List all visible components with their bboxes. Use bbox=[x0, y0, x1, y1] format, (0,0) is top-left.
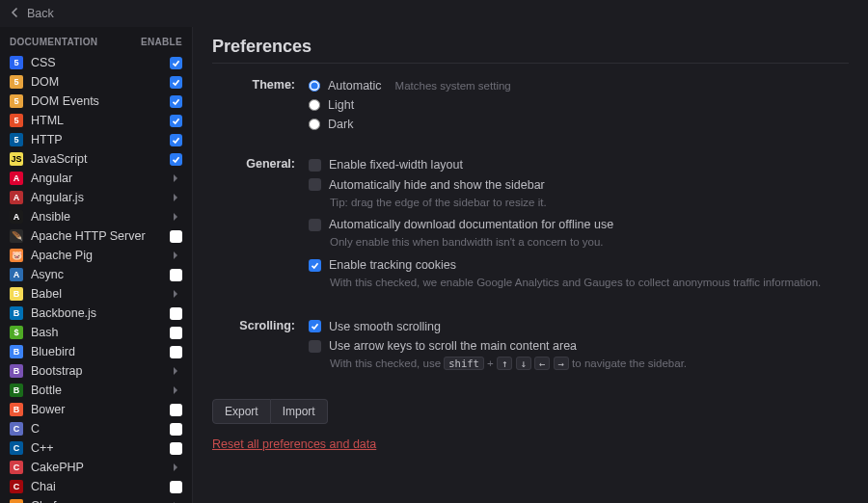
sidebar-item[interactable]: BBottle bbox=[0, 381, 192, 400]
sidebar-item[interactable]: CChef bbox=[0, 496, 192, 503]
sidebar-item[interactable]: JSJavaScript bbox=[0, 149, 192, 169]
chevron-right-icon[interactable] bbox=[169, 287, 182, 301]
pref-checkbox[interactable] bbox=[309, 340, 321, 353]
doc-label: Bootstrap bbox=[31, 364, 161, 378]
reset-link[interactable]: Reset all preferences and data bbox=[212, 437, 376, 451]
chevron-right-icon[interactable] bbox=[169, 364, 182, 378]
doc-icon: C bbox=[10, 480, 23, 493]
doc-label: JavaScript bbox=[31, 152, 161, 166]
theme-radio[interactable] bbox=[309, 99, 320, 111]
pref-checkbox[interactable] bbox=[309, 159, 321, 172]
sidebar-item[interactable]: AAnsible bbox=[0, 207, 192, 226]
sidebar-item[interactable]: AAsync bbox=[0, 265, 192, 284]
section-label-theme: Theme: bbox=[212, 77, 309, 135]
enable-checkbox[interactable] bbox=[169, 326, 182, 339]
sidebar-item[interactable]: 5CSS bbox=[0, 53, 192, 72]
doc-icon: A bbox=[10, 268, 23, 281]
sidebar-item[interactable]: BBluebird bbox=[0, 342, 192, 361]
pref-option[interactable]: Use arrow keys to scroll the main conten… bbox=[309, 337, 849, 355]
theme-radio[interactable] bbox=[309, 80, 320, 92]
theme-option[interactable]: Dark bbox=[309, 116, 849, 133]
sidebar-item[interactable]: BBabel bbox=[0, 284, 192, 304]
chevron-right-icon[interactable] bbox=[169, 210, 182, 224]
pref-option[interactable]: Enable fixed-width layout bbox=[309, 156, 849, 173]
enable-checkbox[interactable] bbox=[169, 268, 182, 281]
pref-option-hint: With this checked, use shift + ↑ ↓ ← → t… bbox=[330, 356, 849, 372]
pref-option[interactable]: Automatically hide and show the sidebar bbox=[309, 176, 849, 194]
doc-label: Bash bbox=[31, 326, 161, 339]
doc-icon: 5 bbox=[10, 133, 23, 146]
sidebar-item[interactable]: CChai bbox=[0, 477, 192, 496]
enable-checkbox[interactable] bbox=[169, 56, 182, 69]
back-label: Back bbox=[27, 7, 54, 20]
sidebar-item[interactable]: 5DOM Events bbox=[0, 92, 192, 111]
sidebar-header-right: ENABLE bbox=[141, 37, 182, 47]
doc-icon: 5 bbox=[10, 114, 23, 127]
pref-checkbox[interactable] bbox=[309, 320, 321, 332]
pref-option-label: Automatically download documentation for… bbox=[329, 216, 613, 233]
section-label-scrolling: Scrolling: bbox=[212, 318, 309, 378]
enable-checkbox[interactable] bbox=[169, 152, 182, 166]
chevron-right-icon[interactable] bbox=[169, 499, 182, 503]
sidebar-item[interactable]: BBootstrap bbox=[0, 361, 192, 381]
doc-label: Chai bbox=[31, 480, 161, 493]
doc-icon: 🪶 bbox=[10, 229, 23, 243]
enable-checkbox[interactable] bbox=[169, 75, 182, 89]
enable-checkbox[interactable] bbox=[169, 441, 182, 455]
doc-icon: 5 bbox=[10, 94, 23, 108]
doc-label: Apache Pig bbox=[31, 249, 161, 262]
doc-label: Bower bbox=[31, 403, 161, 416]
doc-label: Angular bbox=[31, 172, 161, 185]
sidebar-item[interactable]: BBower bbox=[0, 400, 192, 419]
pref-option[interactable]: Use smooth scrolling bbox=[309, 318, 849, 335]
sidebar-item[interactable]: AAngular.js bbox=[0, 188, 192, 207]
doc-icon: B bbox=[10, 306, 23, 320]
enable-checkbox[interactable] bbox=[169, 345, 182, 358]
chevron-right-icon[interactable] bbox=[169, 384, 182, 397]
theme-radio[interactable] bbox=[309, 119, 320, 130]
doc-icon: 5 bbox=[10, 56, 23, 69]
pref-option-label: Use arrow keys to scroll the main conten… bbox=[329, 337, 577, 355]
enable-checkbox[interactable] bbox=[169, 133, 182, 146]
chevron-right-icon[interactable] bbox=[169, 461, 182, 474]
chevron-right-icon[interactable] bbox=[169, 191, 182, 204]
pref-checkbox[interactable] bbox=[309, 219, 321, 231]
enable-checkbox[interactable] bbox=[169, 480, 182, 493]
enable-checkbox[interactable] bbox=[169, 306, 182, 320]
sidebar-item[interactable]: AAngular bbox=[0, 169, 192, 188]
sidebar-item[interactable]: $Bash bbox=[0, 323, 192, 342]
sidebar-item[interactable]: 🪶Apache HTTP Server bbox=[0, 226, 192, 246]
documentation-list[interactable]: 5CSS5DOM5DOM Events5HTML5HTTPJSJavaScrip… bbox=[0, 53, 192, 503]
sidebar-item[interactable]: CC++ bbox=[0, 438, 192, 458]
enable-checkbox[interactable] bbox=[169, 403, 182, 416]
pref-option[interactable]: Enable tracking cookies bbox=[309, 256, 849, 274]
sidebar-item[interactable]: 5DOM bbox=[0, 72, 192, 92]
enable-checkbox[interactable] bbox=[169, 422, 182, 436]
enable-checkbox[interactable] bbox=[169, 229, 182, 243]
pref-checkbox[interactable] bbox=[309, 178, 321, 191]
import-button[interactable]: Import bbox=[271, 399, 328, 424]
sidebar-item[interactable]: CCakePHP bbox=[0, 458, 192, 477]
doc-label: Async bbox=[31, 268, 161, 281]
sidebar-item[interactable]: 🐷Apache Pig bbox=[0, 246, 192, 265]
pref-option-hint: Tip: drag the edge of the sidebar to res… bbox=[330, 195, 849, 211]
chevron-right-icon[interactable] bbox=[169, 172, 182, 185]
doc-label: C++ bbox=[31, 441, 161, 455]
doc-icon: B bbox=[10, 403, 23, 416]
sidebar-item[interactable]: BBackbone.js bbox=[0, 304, 192, 323]
theme-option[interactable]: AutomaticMatches system setting bbox=[309, 77, 849, 94]
enable-checkbox[interactable] bbox=[169, 114, 182, 127]
pref-checkbox[interactable] bbox=[309, 259, 321, 272]
pref-option[interactable]: Automatically download documentation for… bbox=[309, 216, 849, 233]
export-button[interactable]: Export bbox=[212, 399, 271, 424]
sidebar-item[interactable]: CC bbox=[0, 419, 192, 438]
theme-option[interactable]: Light bbox=[309, 96, 849, 114]
doc-icon: A bbox=[10, 172, 23, 185]
back-button[interactable]: Back bbox=[10, 7, 54, 21]
doc-label: CakePHP bbox=[31, 461, 161, 474]
sidebar-item[interactable]: 5HTML bbox=[0, 111, 192, 130]
sidebar-item[interactable]: 5HTTP bbox=[0, 130, 192, 149]
theme-option-label: Light bbox=[328, 96, 354, 114]
chevron-right-icon[interactable] bbox=[169, 249, 182, 262]
enable-checkbox[interactable] bbox=[169, 94, 182, 108]
